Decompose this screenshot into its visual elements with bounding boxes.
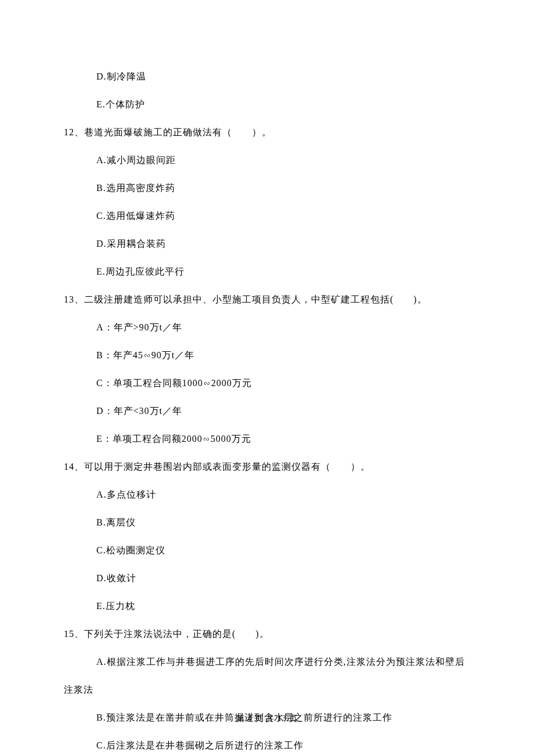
option-13-c: C：单项工程合同额1000∽2000万元 — [96, 376, 470, 390]
option-13-a: A：年产>90万t／年 — [96, 321, 470, 334]
option-14-c: C.松动圈测定仪 — [96, 543, 470, 557]
option-12-d: D.采用耦合装药 — [96, 237, 470, 251]
option-15-a-line2: 注浆法 — [64, 683, 470, 697]
question-13: 13、二级注册建造师可以承担中、小型施工项目负责人，中型矿建工程包括( )。 — [64, 293, 470, 307]
option-14-d: D.收敛计 — [96, 571, 470, 585]
option-15-a-line1: A.根据注浆工作与井巷掘进工序的先后时间次序进行分类,注浆法分为预注浆法和壁后 — [96, 655, 470, 669]
option-11-e: E.个体防护 — [96, 98, 470, 111]
option-12-b: B.选用高密度炸药 — [96, 181, 470, 195]
option-13-d: D：年产<30万t／年 — [96, 404, 470, 418]
option-14-a: A.多点位移计 — [96, 488, 470, 502]
question-14: 14、可以用于测定井巷围岩内部或表面变形量的监测仪器有（ ）。 — [64, 460, 470, 474]
option-12-a: A.减小周边眼间距 — [96, 153, 470, 167]
option-12-e: E.周边孔应彼此平行 — [96, 265, 470, 279]
option-13-e: E：单项工程合同额2000∽5000万元 — [96, 432, 470, 446]
question-15: 15、下列关于注浆法说法中，正确的是( )。 — [64, 627, 470, 641]
option-14-e: E.压力枕 — [96, 599, 470, 613]
option-15-c: C.后注浆法是在井巷掘砌之后所进行的注浆工作 — [96, 739, 470, 753]
option-11-d: D.制冷降温 — [96, 70, 470, 84]
question-12: 12、巷道光面爆破施工的正确做法有（ ）。 — [64, 125, 470, 139]
option-13-b: B：年产45∽90万t／年 — [96, 348, 470, 362]
option-14-b: B.离层仪 — [96, 516, 470, 530]
option-12-c: C.选用低爆速炸药 — [96, 209, 470, 223]
page-footer: 第 4 页 共 13 页 — [0, 712, 534, 725]
